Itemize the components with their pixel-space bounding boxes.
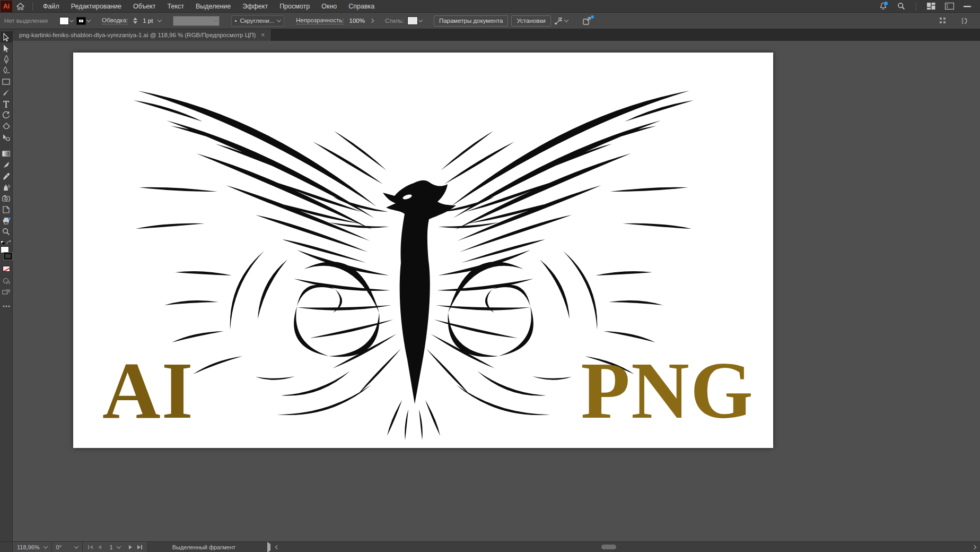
tools-panel [0,29,13,541]
style-swatch[interactable] [407,16,418,25]
menu-file[interactable]: Файл [37,0,65,13]
illustrator-window: Ai Файл Редактирование Объект Текст Выде… [0,0,980,552]
stroke-weight-stepper[interactable] [133,18,137,24]
arrange-documents-icon[interactable] [935,15,950,27]
selection-constraints-control[interactable] [554,17,568,25]
status-menu-arrow-icon[interactable] [267,544,270,550]
swap-colors-icon[interactable] [6,240,12,245]
last-artboard-icon[interactable] [137,545,142,549]
artboard-number-dropdown[interactable]: 1 [107,544,124,550]
fill-color-picker[interactable] [59,17,73,25]
workspace-switcher-icon[interactable] [924,1,939,12]
rotation-dropdown[interactable]: 0° [52,542,83,552]
chevron-down-icon[interactable] [69,18,74,22]
brush-definition-dropdown[interactable]: Скруглени... [231,15,284,27]
brush-preview-icon [235,20,237,22]
label-png: PNG [581,350,754,431]
panel-options-icon[interactable] [942,1,957,12]
knife-tool[interactable] [1,159,12,170]
menu-object[interactable]: Объект [127,0,162,13]
fill-stroke-indicator[interactable] [1,246,12,264]
document-tab[interactable]: png-kartinki-feniks-shablon-dlya-vyrezan… [13,29,272,41]
chevron-right-icon[interactable] [370,19,374,23]
direct-selection-tool[interactable] [1,42,12,54]
isolate-selection-icon [554,17,564,25]
collapse-panels-icon[interactable] [958,15,973,27]
selection-tool[interactable] [1,31,12,42]
canvas-area[interactable]: AI PNG [13,41,980,541]
stroke-label-link[interactable]: Обводка: [102,17,128,24]
graphic-style-picker[interactable] [407,16,422,25]
control-bar: Нет выделения Обводка: 1 pt Скруглени...… [0,13,980,29]
curvature-tool[interactable] [1,65,12,76]
chevron-down-icon[interactable] [43,544,47,548]
none-color-icon[interactable] [3,266,10,272]
preferences-button[interactable]: Установки [511,15,550,27]
artboard-tool[interactable] [1,204,12,215]
share-document-icon[interactable] [580,15,594,27]
drawing-mode-icon[interactable] [1,275,12,286]
first-artboard-icon[interactable] [88,545,93,549]
fill-swatch[interactable] [59,17,69,25]
chevron-down-icon[interactable] [86,18,91,22]
style-label: Стиль: [385,18,404,24]
pen-tool[interactable] [1,54,12,65]
menu-effect[interactable]: Эффект [237,0,274,13]
scroll-left-icon[interactable] [275,545,279,549]
slice-tool[interactable] [1,193,12,204]
divider [916,2,916,11]
gradient-tool[interactable] [1,148,12,159]
rotate-tool[interactable] [1,109,12,120]
scrollbar-thumb[interactable] [601,545,616,549]
previous-artboard-icon[interactable] [98,545,101,549]
chevron-down-icon[interactable] [418,18,423,22]
menu-select[interactable]: Выделение [190,0,237,13]
print-export-tool[interactable] [1,215,12,226]
notification-badge [884,2,888,5]
type-tool[interactable] [1,98,12,109]
search-icon[interactable] [894,1,908,12]
label-ai: AI [102,350,194,431]
notifications-bell-icon[interactable] [876,1,890,12]
draw-normal-mode-icon[interactable] [1,286,12,297]
default-colors-icon[interactable] [1,240,5,245]
status-indicator[interactable]: Выделенный фрагмент [172,544,235,550]
horizontal-scrollbar[interactable] [276,544,979,551]
chevron-down-icon[interactable] [116,544,120,548]
eraser-tool[interactable] [1,120,12,132]
chevron-down-icon[interactable] [74,544,78,548]
stroke-swatch[interactable] [76,17,86,25]
menu-edit[interactable]: Редактирование [65,0,127,13]
stroke-color-picker[interactable] [76,17,90,25]
opacity-label-link[interactable]: Непрозрачность: [296,17,344,24]
close-tab-icon[interactable]: × [261,31,265,39]
eyedropper-tool[interactable] [1,170,12,182]
app-logo[interactable]: Ai [1,1,12,12]
stroke-profile-dropdown [173,16,220,26]
symbol-sprayer-tool[interactable] [1,182,12,193]
home-icon[interactable] [12,1,28,12]
next-artboard-icon[interactable] [129,545,132,549]
scale-tool[interactable] [1,132,12,143]
minimize-window-icon[interactable] [960,1,975,12]
chevron-down-icon[interactable] [158,18,162,22]
menu-view[interactable]: Просмотр [274,0,316,13]
artboard[interactable]: AI PNG [73,53,773,448]
zoom-level-dropdown[interactable]: 118,96% [13,542,52,552]
zoom-tool[interactable] [1,226,12,237]
rectangle-tool[interactable] [1,76,12,87]
menu-type[interactable]: Текст [162,0,190,13]
stroke-weight-value[interactable]: 1 pt [141,18,155,24]
paintbrush-tool[interactable] [1,87,12,98]
document-setup-button[interactable]: Параметры документа [434,15,509,27]
stroke-color-box[interactable] [4,253,12,260]
opacity-value[interactable]: 100% [347,18,367,24]
chevron-down-icon[interactable] [564,18,568,22]
scroll-right-icon[interactable] [972,545,976,549]
menu-window[interactable]: Окно [316,0,343,13]
rotation-value: 0° [56,544,62,550]
more-tools-icon[interactable] [1,300,12,312]
status-corner [0,542,13,552]
divider [32,2,33,11]
menu-help[interactable]: Справка [343,0,380,13]
